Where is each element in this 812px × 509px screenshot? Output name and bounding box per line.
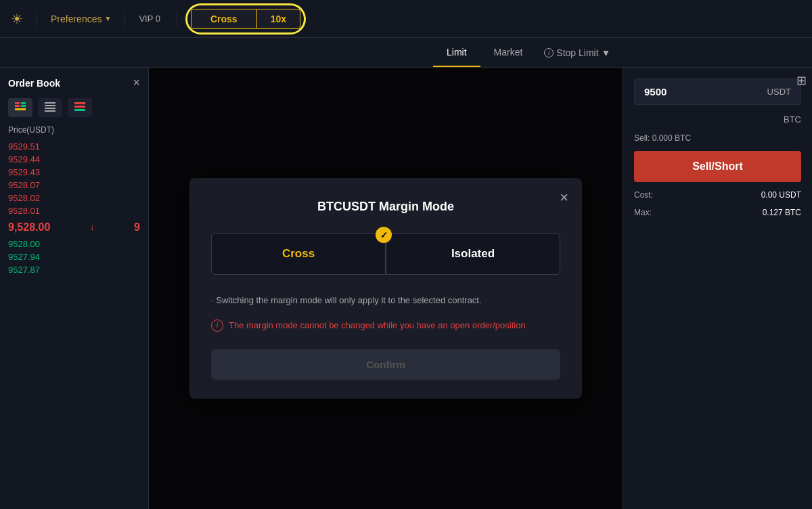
cost-label: Cost: [634,190,653,200]
max-value: 0.127 BTC [763,208,801,217]
calculator-icon[interactable]: ⊞ [796,73,807,88]
vip-button[interactable]: VIP 0 [133,11,166,26]
svg-rect-9 [74,102,85,104]
buy-orders: 9528.00 9527.94 9527.87 [8,238,140,276]
margin-mode-group: Cross 10x [191,9,300,29]
max-label: Max: [634,208,652,217]
table-row: 9529.43 [8,166,140,179]
svg-rect-10 [74,106,85,108]
cross-option-label: Cross [282,247,315,261]
preferences-label: Preferences [51,14,102,24]
warning-text: The margin mode cannot be changed while … [229,319,526,333]
ob-view-icon-3[interactable] [68,98,92,117]
cost-value: 0.00 USDT [761,190,801,200]
svg-rect-6 [45,105,55,106]
sell-info: Sell: 0.000 BTC [634,133,801,143]
isolated-option-label: Isolated [451,247,495,261]
table-row: 9527.94 [8,250,140,263]
right-panel: ⊞ 9500 USDT BTC Sell: 0.000 BTC Sell/Sho… [623,68,812,509]
btc-label: BTC [784,114,801,125]
tab-market[interactable]: Market [480,39,537,67]
confirm-button[interactable]: Confirm [211,349,560,380]
sell-price: 9528.02 [8,193,40,203]
table-row: 9527.87 [8,263,140,276]
usdt-label: USDT [767,87,791,97]
svg-rect-1 [15,105,20,107]
margin-options: Cross ✓ Isolated [211,233,560,275]
current-price-value: 9,528.00 [8,221,50,234]
table-row: 9528.02 [8,192,140,204]
stop-limit-chevron: ▼ [602,47,611,58]
current-price-arrow: ↓ [90,221,95,234]
isolated-option[interactable]: Isolated [386,233,560,275]
modal-title: BTCUSDT Margin Mode [211,200,560,214]
sell-price: 9529.43 [8,167,40,177]
sell-price: 9528.01 [8,206,40,216]
cross-option[interactable]: Cross ✓ [211,233,386,275]
order-book-title: Order Book [8,78,60,89]
sell-price: 9528.07 [8,180,40,190]
table-row: 9529.44 [8,153,140,166]
current-price-row: 9,528.00 ↓ 9 [8,220,140,235]
warning-icon: i [211,319,223,332]
table-row: 9528.01 [8,204,140,217]
current-price-num: 9 [134,221,140,234]
preferences-button[interactable]: Preferences ▼ [45,11,116,27]
svg-rect-0 [15,102,20,104]
sell-price: 9529.51 [8,141,40,152]
order-book-close-button[interactable]: × [133,76,140,90]
order-book-panel: Order Book × [0,68,149,509]
modal-note: · Switching the margin mode will only ap… [211,294,560,308]
svg-rect-2 [21,102,26,104]
cross-margin-button[interactable]: Cross [191,9,257,29]
divider-1 [37,11,37,27]
center-panel: × BTCUSDT Margin Mode Cross ✓ Isolated ·… [149,68,623,509]
stop-limit-button[interactable]: i Stop Limit ▼ [536,39,618,66]
table-row: 9529.51 [8,140,140,153]
modal-overlay: × BTCUSDT Margin Mode Cross ✓ Isolated ·… [149,68,623,509]
table-row: 9528.07 [8,179,140,192]
buy-price: 9527.94 [8,252,40,262]
table-row: 9528.00 [8,238,140,250]
stop-limit-info-icon: i [544,48,554,58]
main-area: Order Book × [0,68,812,509]
modal-close-button[interactable]: × [560,189,568,206]
sell-orders: 9529.51 9529.44 9529.43 9528.07 9528.02 … [8,140,140,217]
order-tabs: Limit Market i Stop Limit ▼ [0,38,812,68]
sell-short-button[interactable]: Sell/Short [634,151,801,182]
order-book-header: Order Book × [8,76,140,90]
svg-rect-8 [45,110,55,112]
stop-limit-label: Stop Limit [556,47,598,58]
divider-3 [177,11,177,27]
price-header: Price(USDT) [8,125,140,135]
buy-price: 9527.87 [8,265,40,275]
divider-2 [125,11,125,27]
top-bar-left: ☀ Preferences ▼ VIP 0 [11,11,183,27]
usdt-value: 9500 [644,86,667,97]
svg-rect-11 [74,109,85,111]
usdt-input-field[interactable]: 9500 USDT [634,79,801,105]
ob-view-icon-1[interactable] [8,98,32,117]
svg-rect-4 [15,108,26,110]
modal-warning: i The margin mode cannot be changed whil… [211,319,560,333]
sell-price: 9529.44 [8,154,40,164]
svg-rect-5 [45,102,55,104]
sun-icon: ☀ [11,11,23,27]
btc-label-container: BTC [634,113,801,125]
buy-price: 9528.00 [8,239,40,249]
order-book-view-icons [8,98,140,117]
cost-row: Cost: 0.00 USDT [634,190,801,200]
tab-limit[interactable]: Limit [433,39,480,67]
leverage-button[interactable]: 10x [257,9,300,29]
preferences-chevron: ▼ [104,15,111,22]
max-row: Max: 0.127 BTC [634,208,801,217]
ob-view-icon-2[interactable] [38,98,62,117]
top-bar: ☀ Preferences ▼ VIP 0 Cross 10x [0,0,812,38]
svg-rect-3 [21,105,26,107]
svg-rect-7 [45,108,55,109]
margin-mode-modal: × BTCUSDT Margin Mode Cross ✓ Isolated ·… [189,178,582,399]
